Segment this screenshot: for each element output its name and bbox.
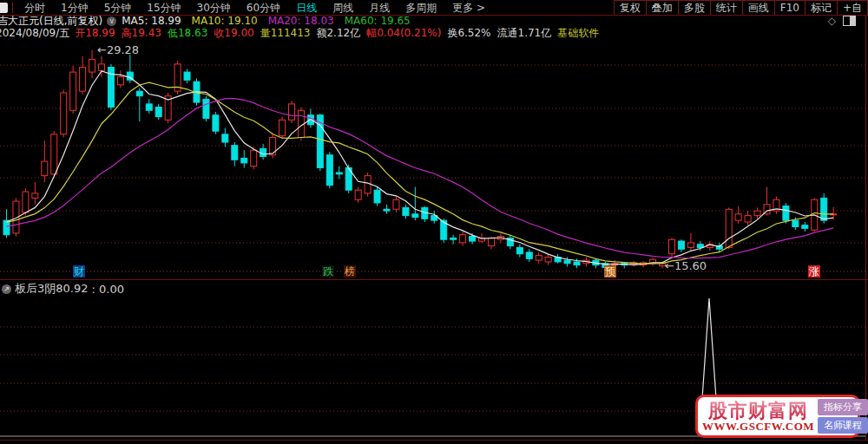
candle-7 bbox=[70, 72, 76, 110]
toolbar-separator bbox=[12, 2, 13, 13]
candle-76 bbox=[726, 209, 732, 247]
candle-22 bbox=[213, 115, 219, 131]
period-toolbar: 分时1分钟5分钟15分钟30分钟60分钟日线周线月线多周期更多 > 复权叠加多股… bbox=[0, 0, 868, 16]
watermark-url: WWW.GSCFW.COM bbox=[702, 421, 814, 433]
tab-period-6[interactable]: 日线 bbox=[288, 1, 325, 15]
candle-82 bbox=[783, 206, 789, 221]
candle-19 bbox=[184, 72, 190, 80]
candle-28 bbox=[270, 138, 276, 155]
candle-71 bbox=[678, 241, 684, 249]
signal-marker-2: 榜 bbox=[344, 265, 356, 278]
period-tabs: 分时1分钟5分钟15分钟30分钟60分钟日线周线月线多周期更多 > bbox=[16, 1, 493, 15]
candle-43 bbox=[412, 214, 418, 218]
subpanel-indicator-value: : 0.00 bbox=[92, 283, 124, 296]
candle-9 bbox=[89, 59, 95, 72]
toolbar-button-7[interactable]: +自 bbox=[838, 0, 868, 15]
candle-23 bbox=[222, 134, 228, 142]
candle-78 bbox=[745, 216, 751, 222]
toolbar-button-5[interactable]: F10 bbox=[775, 0, 806, 15]
high-price-annotation: ←29.28 bbox=[97, 43, 139, 56]
signal-marker-3: 预 bbox=[604, 265, 616, 278]
candle-42 bbox=[403, 207, 409, 215]
candle-10 bbox=[99, 64, 105, 70]
candle-26 bbox=[251, 150, 257, 166]
field-4: 量111413 bbox=[260, 26, 311, 41]
ma-value-MA60: MA60: 19.65 bbox=[345, 15, 411, 27]
candle-56 bbox=[536, 256, 542, 261]
watermark-badge-1: 名师课程 bbox=[818, 417, 868, 434]
watermark-badges: 指标分享名师课程 bbox=[818, 399, 868, 434]
expand-icon[interactable]: ↗ bbox=[2, 284, 11, 294]
field-0: 开18.99 bbox=[75, 26, 115, 41]
chevron-down-icon[interactable]: ∨ bbox=[107, 16, 116, 26]
favorite-diamond-icon[interactable]: ◇ bbox=[828, 16, 836, 26]
tab-period-7[interactable]: 周线 bbox=[325, 1, 361, 15]
candle-77 bbox=[735, 214, 741, 220]
ma-line-MA10 bbox=[7, 82, 834, 264]
candle-86 bbox=[821, 198, 827, 220]
toolbar-button-0[interactable]: 复权 bbox=[615, 0, 647, 15]
split-window-icon[interactable] bbox=[843, 16, 856, 26]
watermark-text: 股市财富网 WWW.GSCFW.COM bbox=[702, 401, 814, 433]
ma-value-MA5: MA5: 18.99 bbox=[122, 15, 181, 27]
candle-24 bbox=[232, 146, 238, 160]
trading-terminal-window: 分时1分钟5分钟15分钟30分钟60分钟日线周线月线多周期更多 > 复权叠加多股… bbox=[0, 0, 868, 444]
candle-37 bbox=[355, 190, 361, 199]
candle-57 bbox=[545, 257, 551, 262]
candle-2 bbox=[23, 192, 29, 212]
toolbar-button-6[interactable]: 标记 bbox=[806, 0, 838, 15]
field-3: 收19.00 bbox=[214, 26, 253, 41]
tab-period-10[interactable]: 更多 > bbox=[444, 1, 493, 15]
candle-12 bbox=[117, 77, 123, 85]
tab-period-9[interactable]: 多周期 bbox=[398, 1, 444, 15]
watermark-title: 股市财富网 bbox=[702, 401, 814, 421]
toolbar-button-2[interactable]: 多股 bbox=[679, 0, 711, 15]
field-2: 低18.63 bbox=[168, 26, 207, 41]
ohlc-fields: 开18.99高19.43低18.63收19.00量111413额2.12亿幅0.… bbox=[75, 26, 605, 41]
watermark-badge-0: 指标分享 bbox=[818, 399, 868, 415]
field-9: 基础软件 bbox=[557, 26, 599, 41]
candle-8 bbox=[80, 68, 86, 92]
field-8: 流通1.71亿 bbox=[497, 26, 552, 41]
candle-6 bbox=[61, 93, 67, 134]
signal-marker-4: 涨 bbox=[808, 265, 820, 278]
tab-period-2[interactable]: 5分钟 bbox=[96, 1, 140, 15]
ma-value-MA10: MA10: 19.10 bbox=[192, 15, 258, 27]
signal-marker-0: 财 bbox=[73, 265, 85, 278]
candle-60 bbox=[574, 262, 580, 265]
candle-21 bbox=[203, 99, 209, 118]
tab-period-0[interactable]: 分时 bbox=[16, 1, 53, 15]
tab-period-5[interactable]: 60分钟 bbox=[239, 1, 288, 15]
field-6: 幅0.04(0.21%) bbox=[366, 26, 441, 41]
candle-14 bbox=[136, 91, 142, 96]
subpanel-header: ↗ 板后3阴80.92 : 0.00 bbox=[2, 281, 124, 297]
watermark: 股市财富网 WWW.GSCFW.COM 指标分享名师课程 bbox=[695, 395, 860, 438]
arrow-left-icon: ← bbox=[665, 259, 674, 272]
tab-period-1[interactable]: 1分钟 bbox=[53, 1, 96, 15]
toolbar-button-4[interactable]: 画线 bbox=[743, 0, 775, 15]
toolbar-button-3[interactable]: 统计 bbox=[711, 0, 743, 15]
low-price-annotation: ←15.60 bbox=[665, 259, 707, 272]
toolbar-right-buttons: 复权叠加多股统计画线F10标记+自 bbox=[614, 0, 868, 15]
tab-period-4[interactable]: 30分钟 bbox=[189, 1, 239, 15]
app-icon[interactable] bbox=[0, 3, 8, 13]
candle-16 bbox=[155, 108, 161, 117]
tab-period-3[interactable]: 15分钟 bbox=[139, 1, 188, 15]
candle-73 bbox=[697, 245, 703, 248]
chart-corner-icons: ◇ bbox=[828, 16, 856, 26]
ma-line-MA20 bbox=[7, 99, 834, 258]
candle-41 bbox=[393, 199, 399, 209]
subpanel-indicator-name[interactable]: 板后3阴80.92 bbox=[15, 281, 89, 297]
ma-value-MA20: MA20: 18.03 bbox=[268, 15, 334, 27]
candle-27 bbox=[260, 148, 266, 156]
field-7: 换6.52% bbox=[447, 26, 490, 41]
candle-49 bbox=[470, 237, 476, 242]
chart-canvas[interactable] bbox=[0, 0, 868, 444]
toolbar-button-1[interactable]: 叠加 bbox=[647, 0, 679, 15]
candle-15 bbox=[146, 104, 152, 110]
tab-period-8[interactable]: 月线 bbox=[361, 1, 398, 15]
signal-marker-1: 跌 bbox=[322, 265, 334, 278]
candle-3 bbox=[32, 193, 38, 199]
ohlc-info-row: 2024/08/09/五 开18.99高19.43低18.63收19.00量11… bbox=[0, 27, 605, 40]
trade-date: 2024/08/09/五 bbox=[0, 26, 69, 41]
